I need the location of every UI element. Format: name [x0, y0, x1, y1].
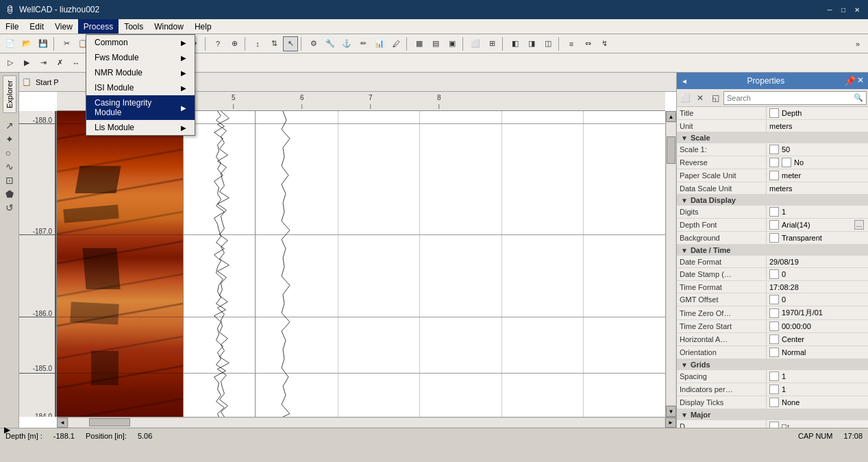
sidebar-icon-5[interactable]: ⊡: [5, 175, 14, 186]
dropdown-casing[interactable]: Casing Integrity Module ▶: [86, 95, 195, 120]
tool16-btn[interactable]: ◫: [541, 36, 556, 51]
tool10-btn[interactable]: ▤: [428, 36, 443, 51]
scroll-down-btn[interactable]: ▼: [666, 406, 676, 417]
tool11-btn[interactable]: ▣: [445, 36, 460, 51]
tool13-btn[interactable]: ⊞: [484, 36, 499, 51]
menu-tools[interactable]: Tools: [119, 19, 149, 34]
horizontal-scrollbar[interactable]: ◄ ►: [57, 417, 676, 428]
tb2-4[interactable]: ✗: [52, 56, 67, 71]
scroll-h-thumb[interactable]: [89, 418, 130, 426]
tool14-btn[interactable]: ◧: [508, 36, 523, 51]
dropdown-fws[interactable]: Fws Module ▶: [86, 50, 195, 65]
minimize-button[interactable]: ─: [824, 4, 835, 15]
select-btn[interactable]: ↖: [283, 36, 298, 51]
title-bar-controls[interactable]: ─ □ ✕: [824, 4, 863, 15]
tool2-btn[interactable]: ⇅: [266, 36, 282, 51]
prop-checkbox-paper-scale[interactable]: [769, 171, 779, 180]
section-datetime-toggle[interactable]: ▼: [681, 247, 688, 254]
prop-checkbox-digits[interactable]: [769, 207, 779, 217]
tool1-btn[interactable]: ⊕: [227, 36, 242, 51]
menu-help[interactable]: Help: [189, 19, 217, 34]
prop-checkbox-horizontal-a[interactable]: [769, 335, 779, 344]
prop-checkbox-time-zero-of[interactable]: [769, 308, 779, 318]
tool18-btn[interactable]: ⇔: [580, 36, 595, 51]
panel-pin-btn[interactable]: 📌: [844, 75, 856, 86]
tool19-btn[interactable]: ↯: [597, 36, 612, 51]
prop-checkbox-reverse2[interactable]: [782, 158, 791, 167]
panel-tb-3[interactable]: ◱: [708, 91, 722, 105]
sidebar-icon-7[interactable]: ↺: [5, 202, 14, 213]
prop-checkbox-depth-font[interactable]: [769, 220, 779, 230]
sidebar-icon-6[interactable]: ⬟: [5, 189, 14, 199]
help-btn[interactable]: ?: [210, 36, 225, 51]
tb2-2[interactable]: ▶: [19, 56, 34, 71]
panel-tb-2[interactable]: ✕: [693, 91, 707, 105]
scroll-up-btn[interactable]: ▲: [666, 111, 676, 122]
tb2-1[interactable]: ▷: [3, 56, 18, 71]
dropdown-isi[interactable]: ISI Module ▶: [86, 80, 195, 95]
tool12-btn[interactable]: ⬜: [468, 36, 483, 51]
sidebar-icon-4[interactable]: ∿: [5, 161, 14, 172]
scroll-thumb[interactable]: [667, 136, 675, 164]
search-input[interactable]: [724, 94, 851, 102]
prop-checkbox-reverse1[interactable]: [769, 158, 779, 167]
scroll-h-track[interactable]: [69, 418, 665, 427]
panel-tb-1[interactable]: ⬜: [678, 91, 692, 105]
prop-checkbox-gmt-offset[interactable]: [769, 295, 779, 304]
tool8-btn[interactable]: 🖊: [388, 36, 404, 51]
prop-checkbox-indicators[interactable]: [769, 385, 779, 394]
prop-checkbox-scale1[interactable]: [769, 145, 779, 154]
search-box[interactable]: 🔍: [723, 91, 867, 105]
tool4-btn[interactable]: 🔧: [323, 36, 338, 51]
tool9-btn[interactable]: ▦: [412, 36, 427, 51]
tb2-5[interactable]: ↔: [69, 56, 84, 71]
depth-font-edit-btn[interactable]: …: [854, 220, 864, 230]
section-major-toggle[interactable]: ▼: [681, 411, 688, 419]
section-scale-toggle[interactable]: ▼: [681, 134, 688, 142]
sidebar-icon-3[interactable]: ○: [5, 147, 14, 158]
dropdown-lis[interactable]: Lis Module ▶: [86, 120, 195, 135]
scroll-left-btn[interactable]: ◄: [57, 417, 68, 428]
tool6-btn[interactable]: ✏: [356, 36, 371, 51]
cut-btn[interactable]: ✂: [59, 36, 74, 51]
sidebar-icon-1[interactable]: ↗: [5, 120, 14, 131]
prop-checkbox-major-1[interactable]: [769, 422, 779, 428]
prop-checkbox-title[interactable]: [769, 108, 779, 118]
section-grids-toggle[interactable]: ▼: [681, 361, 688, 369]
tool7-btn[interactable]: 📊: [372, 36, 387, 51]
maximize-button[interactable]: □: [838, 4, 849, 15]
save-btn[interactable]: 💾: [36, 36, 51, 51]
explorer-tab[interactable]: Explorer: [3, 75, 16, 113]
expand-btn[interactable]: ▶: [4, 425, 10, 435]
properties-expand[interactable]: ◄: [681, 77, 688, 85]
prop-checkbox-background[interactable]: [769, 233, 779, 243]
scroll-track[interactable]: [667, 123, 675, 405]
prop-checkbox-spacing[interactable]: [769, 372, 779, 381]
open-btn[interactable]: 📂: [19, 36, 34, 51]
prop-checkbox-orientation[interactable]: [769, 348, 779, 357]
prop-checkbox-date-stamp[interactable]: [769, 269, 779, 279]
scroll-right-btn[interactable]: ►: [665, 417, 676, 428]
arrow-btn[interactable]: ↕: [250, 36, 265, 51]
menu-window[interactable]: Window: [149, 19, 189, 34]
sidebar-icon-2[interactable]: ✦: [5, 134, 14, 145]
tool17-btn[interactable]: ≡: [564, 36, 579, 51]
section-data-display-toggle[interactable]: ▼: [681, 197, 688, 204]
tool15-btn[interactable]: ◨: [524, 36, 539, 51]
tb2-3[interactable]: ⇥: [36, 56, 51, 71]
vertical-scrollbar[interactable]: ▲ ▼: [665, 111, 676, 417]
menu-file[interactable]: File: [0, 19, 24, 34]
menu-edit[interactable]: Edit: [24, 19, 49, 34]
new-btn[interactable]: 📄: [3, 36, 18, 51]
panel-close-btn[interactable]: ✕: [857, 75, 864, 86]
tool3-btn[interactable]: ⚙: [306, 36, 321, 51]
collapse-btn[interactable]: »: [850, 36, 865, 51]
prop-checkbox-time-zero-start[interactable]: [769, 321, 779, 331]
tool5-btn[interactable]: ⚓: [339, 36, 354, 51]
dropdown-common[interactable]: Common ▶: [86, 35, 195, 50]
prop-checkbox-display-ticks[interactable]: [769, 398, 779, 407]
menu-view[interactable]: View: [49, 19, 78, 34]
dropdown-nmr[interactable]: NMR Module ▶: [86, 65, 195, 80]
menu-process[interactable]: Process: [78, 19, 119, 34]
close-button[interactable]: ✕: [852, 4, 863, 15]
